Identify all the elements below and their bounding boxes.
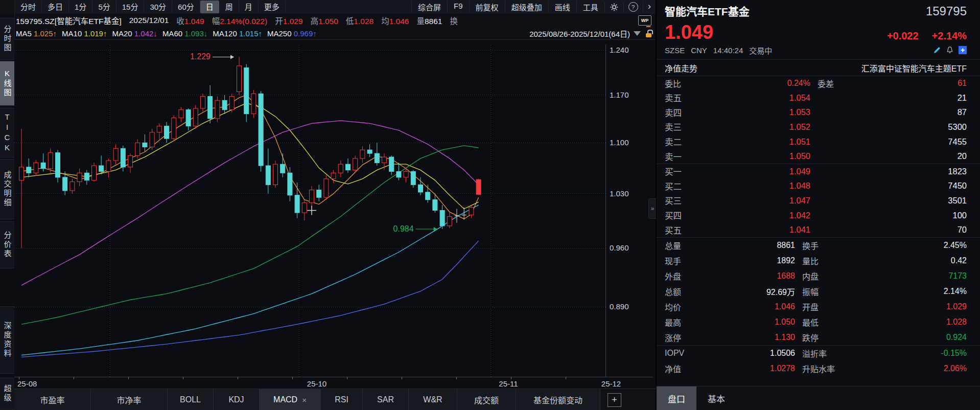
- ask-row-卖二[interactable]: 卖二1.0517455: [657, 134, 980, 149]
- svg-text:25-08: 25-08: [17, 379, 37, 388]
- quote-info-bar: 159795.SZ[智能汽车ETF基金] 2025/12/01 收1.049幅2…: [14, 14, 656, 27]
- period-button-15分[interactable]: 15分: [116, 1, 145, 13]
- nav-trend-link[interactable]: 净值走势: [665, 62, 697, 74]
- ma-name: MA10: [62, 29, 84, 38]
- indicator-tab-基金份额变动[interactable]: 基金份额变动: [516, 389, 600, 410]
- period-button-分时[interactable]: 分时: [15, 1, 42, 13]
- period-button-日[interactable]: 日: [200, 1, 219, 13]
- expand-toolbar-button[interactable]: ›: [643, 2, 656, 12]
- indicator-tab-市盈率[interactable]: 市盈率: [14, 389, 91, 410]
- period-button-多日[interactable]: 多日: [42, 1, 69, 13]
- quote-field-量: 量8861: [416, 15, 442, 26]
- period-button-30分[interactable]: 30分: [144, 1, 172, 13]
- sidebar-item-分价表[interactable]: 分价表: [0, 221, 14, 268]
- edit-pencil-icon[interactable]: [933, 46, 941, 54]
- date-range-control[interactable]: 2025/08/26-2025/12/01(64日): [529, 28, 652, 39]
- period-button-5分[interactable]: 5分: [92, 1, 116, 13]
- alert-bell-icon[interactable]: [946, 46, 954, 54]
- period-button-更多[interactable]: 更多: [259, 1, 286, 13]
- field-value: 1.049: [184, 17, 204, 26]
- level-label: 卖二: [665, 135, 701, 148]
- period-button-60分[interactable]: 60分: [172, 1, 200, 13]
- indicator-tab-KDJ[interactable]: KDJ: [214, 389, 260, 410]
- toolbar-button-工具[interactable]: 工具: [576, 1, 604, 13]
- sidebar-item-分时图[interactable]: 分时图: [0, 18, 14, 60]
- level-label: 买三: [665, 194, 701, 207]
- svg-text:25-10: 25-10: [307, 379, 326, 388]
- help-button[interactable]: ?: [623, 2, 643, 12]
- close-indicator-icon[interactable]: ×: [302, 396, 307, 404]
- sidebar-item-K线图[interactable]: K线图: [0, 61, 14, 106]
- ma-value: 1.019↑: [84, 29, 107, 38]
- bid-row-买一[interactable]: 买一1.0491823: [657, 164, 980, 179]
- bid-row-买二[interactable]: 买二1.0487450: [657, 179, 980, 194]
- field-label: 换: [450, 17, 458, 26]
- stat-label: 升贴水率: [795, 362, 856, 375]
- indicator-tab-SAR[interactable]: SAR: [363, 389, 409, 410]
- stat-row-总量: 总量8861换手2.45%: [657, 238, 980, 253]
- bid-levels: 买一1.0491823买二1.0487450买三1.0473501买四1.042…: [657, 164, 980, 237]
- wp-widget-icon[interactable]: WP: [638, 15, 651, 26]
- sidebar-item-深度资料[interactable]: 深度资料: [0, 306, 14, 374]
- stat-value: 1.0506: [701, 349, 795, 358]
- toolbar-button-综合屏[interactable]: 综合屏: [411, 1, 447, 13]
- stat-label: 换手: [795, 239, 856, 252]
- date-range-label: 2025/08/26-2025/12/01(64日): [529, 28, 630, 39]
- sidebar-item-超级[interactable]: 超级: [0, 378, 14, 409]
- level-label: 买五: [665, 224, 701, 236]
- indicator-tab-成交额[interactable]: 成交额: [457, 389, 516, 410]
- period-button-周[interactable]: 周: [220, 1, 239, 13]
- toolbar-button-画线[interactable]: 画线: [548, 1, 576, 13]
- sidebar-item-成交明细[interactable]: 成交明细: [0, 159, 14, 219]
- stat-row-外盘: 外盘1688内盘7173: [657, 268, 980, 284]
- ask-row-卖三[interactable]: 卖三1.0525300: [657, 120, 980, 134]
- svg-text:0.890: 0.890: [610, 302, 629, 311]
- ma-value: 0.969↑: [294, 29, 317, 38]
- add-indicator-button[interactable]: +: [608, 393, 621, 407]
- panel-collapse-handle[interactable]: »: [648, 198, 656, 219]
- field-value: 1.050: [318, 17, 338, 26]
- stat-value: 2.06%: [856, 364, 967, 373]
- period-button-月[interactable]: 月: [239, 1, 259, 13]
- weibi-value: 0.24%: [701, 79, 810, 88]
- add-watchlist-icon[interactable]: +: [959, 46, 967, 54]
- ask-row-卖四[interactable]: 卖四1.05387: [657, 105, 980, 120]
- sidebar-item-TICK[interactable]: TICK: [0, 108, 14, 157]
- level-price: 1.050: [701, 151, 810, 161]
- bid-row-买三[interactable]: 买三1.0473501: [657, 193, 980, 208]
- ask-row-卖五[interactable]: 卖五1.05421: [657, 90, 980, 105]
- level-price: 1.052: [701, 122, 810, 132]
- kline-chart[interactable]: 1.2401.1701.1001.0300.9600.89025-0825-10…: [14, 40, 656, 389]
- svg-text:1.229: 1.229: [190, 52, 211, 61]
- stat-label: 净值: [665, 362, 701, 375]
- svg-text:1.170: 1.170: [610, 90, 629, 99]
- indicator-tab-MACD[interactable]: MACD×: [260, 389, 321, 410]
- quote-tab-基本[interactable]: 基本: [696, 386, 736, 410]
- stat-row-均价: 均价1.046开盘1.029: [657, 299, 980, 314]
- bid-row-买五[interactable]: 买五1.04170: [657, 222, 980, 237]
- toolbar-button-F9[interactable]: F9: [447, 1, 469, 13]
- quote-field-低: 低1.028: [346, 15, 374, 26]
- bid-row-买四[interactable]: 买四1.042100: [657, 208, 980, 223]
- toolbar-button-超级叠加[interactable]: 超级叠加: [505, 1, 548, 13]
- period-buttons: 分时多日1分5分15分30分60分日周月更多: [15, 1, 286, 13]
- field-label: 低: [346, 17, 354, 26]
- field-label: 开: [275, 17, 283, 26]
- settings-button[interactable]: [604, 2, 623, 12]
- commission-ratio-row: 委比 0.24% 委差 61: [657, 76, 980, 90]
- stat-row-总额: 总额92.69万振幅2.14%: [657, 284, 980, 299]
- indicator-tab-BOLL[interactable]: BOLL: [168, 389, 214, 410]
- indicator-tab-W&R[interactable]: W&R: [409, 389, 457, 410]
- unlock-icon[interactable]: [646, 30, 652, 37]
- ask-row-卖一[interactable]: 卖一1.05020: [657, 149, 980, 164]
- period-button-1分[interactable]: 1分: [69, 1, 92, 13]
- quote-field-换: 换: [450, 15, 458, 26]
- toolbar-button-前复权[interactable]: 前复权: [469, 1, 505, 13]
- indicator-tab-RSI[interactable]: RSI: [321, 389, 363, 410]
- level-volume: 7455: [810, 137, 967, 147]
- quote-tab-盘口[interactable]: 盘口: [657, 386, 696, 410]
- indicator-tab-市净率[interactable]: 市净率: [91, 389, 168, 410]
- ma-values: MA5 1.025↑MA10 1.019↑MA20 1.042↓MA60 1.0…: [16, 29, 322, 38]
- ohlc-values: 收1.049幅2.14%(0.022)开1.029高1.050低1.028均1.…: [176, 15, 458, 26]
- kline-chart-svg: 1.2401.1701.1001.0300.9600.89025-0825-10…: [14, 40, 656, 389]
